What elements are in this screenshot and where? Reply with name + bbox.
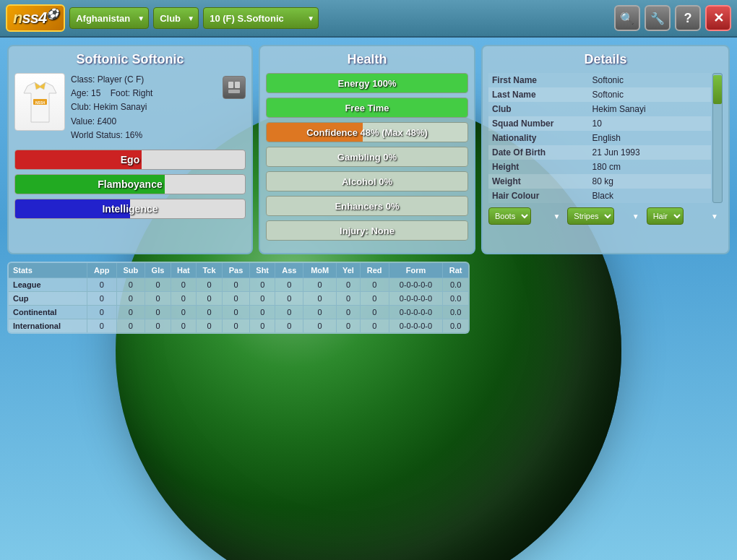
- health-bars: Energy 100% Free Time Confidence 48% (Ma…: [266, 73, 468, 241]
- toolbar: nss4⚽ Afghanistan Club 10 (F) S.Softonic…: [0, 0, 737, 38]
- details-key: Height: [488, 160, 589, 174]
- details-value: 180 cm: [589, 160, 711, 174]
- stats-cell: 0: [275, 319, 303, 334]
- health-bar-row: Free Time: [266, 98, 468, 118]
- scrollbar-thumb[interactable]: [713, 75, 722, 104]
- stats-cell: 0: [145, 319, 171, 334]
- stats-row-label: International: [8, 319, 87, 334]
- stats-cell: 0: [116, 278, 145, 292]
- health-bar-text: Confidence 48% (Max 48%): [267, 127, 467, 138]
- footer-select-wrapper-hair[interactable]: Hair: [647, 207, 723, 225]
- stats-header: Red: [360, 262, 389, 278]
- stats-cell: 0-0-0-0-0: [389, 306, 443, 319]
- player-shirt: NSS4: [14, 73, 65, 131]
- stats-cell: 0: [275, 292, 303, 306]
- stats-cell: 0: [116, 306, 145, 319]
- stats-row: Cup000000000000-0-0-0-00.0: [8, 292, 469, 306]
- health-bar-row: Alcohol 0%: [266, 171, 468, 191]
- stats-row: International000000000000-0-0-0-00.0: [8, 319, 469, 334]
- player-select[interactable]: 10 (F) S.Softonic: [203, 7, 319, 29]
- stats-cell: 0: [303, 306, 337, 319]
- stats-header: Form: [389, 262, 443, 278]
- stats-cell: 0: [275, 278, 303, 292]
- player-select-wrapper[interactable]: 10 (F) S.Softonic: [203, 7, 319, 29]
- footer-select-hair[interactable]: Hair: [647, 207, 684, 225]
- stats-cell: 0: [337, 319, 361, 334]
- search-button[interactable]: 🔍: [614, 5, 640, 31]
- club-select[interactable]: Club: [153, 7, 199, 29]
- health-bar-text: Gambling 0%: [267, 152, 467, 163]
- details-table-row: First NameSoftonic: [488, 73, 711, 87]
- health-bar-row: Energy 100%: [266, 73, 468, 93]
- details-key: Weight: [488, 174, 589, 189]
- edit-appearance-button[interactable]: [223, 76, 246, 99]
- attr-bar-label: Intelligence: [15, 203, 245, 215]
- stats-cell: 0: [222, 306, 249, 319]
- stats-cell: 0.0: [443, 319, 469, 334]
- health-bar-row: Injury: None: [266, 220, 468, 241]
- stats-cell: 0: [197, 292, 223, 306]
- footer-select-boots[interactable]: Boots: [488, 207, 531, 225]
- player-world-status: World Status: 16%: [71, 129, 152, 142]
- details-content-area: First NameSoftonicLast NameSoftonicClubH…: [488, 73, 723, 203]
- footer-select-wrapper-boots[interactable]: Boots: [488, 207, 564, 225]
- health-bar-text: Injury: None: [267, 225, 467, 236]
- country-select-wrapper[interactable]: Afghanistan: [69, 7, 149, 29]
- stats-cell: 0: [222, 278, 249, 292]
- details-value: Hekim Sanayi: [589, 102, 711, 116]
- health-bar-container: Free Time: [266, 98, 468, 118]
- attr-bar-row: Ego: [14, 150, 246, 170]
- stats-table: StatsAppSubGlsHatTckPasShtAssMoMYelRedFo…: [7, 262, 470, 334]
- stats-cell: 0: [303, 292, 337, 306]
- stats-header: Rat: [443, 262, 469, 278]
- help-button[interactable]: ?: [675, 5, 701, 31]
- footer-select-stripes[interactable]: Stripes: [567, 207, 614, 225]
- details-panel-title: Details: [488, 52, 723, 67]
- details-value: Softonic: [589, 87, 711, 102]
- stats-cell: 0: [171, 319, 196, 334]
- stats-cell: 0: [337, 292, 361, 306]
- stats-header: Yel: [337, 262, 361, 278]
- details-key: Squad Number: [488, 116, 589, 131]
- stats-cell: 0: [197, 319, 223, 334]
- stats-header: Sub: [116, 262, 145, 278]
- player-club: Club: Hekim Sanayi: [71, 100, 152, 114]
- health-bar-text: Enhancers 0%: [267, 201, 467, 212]
- stats-header: Stats: [8, 262, 87, 278]
- stats-header: App: [87, 262, 116, 278]
- stats-cell: 0: [303, 278, 337, 292]
- details-key: Club: [488, 102, 589, 116]
- stats-cell: 0: [145, 306, 171, 319]
- settings-button[interactable]: 🔧: [645, 5, 671, 31]
- stats-section: StatsAppSubGlsHatTckPasShtAssMoMYelRedFo…: [7, 262, 730, 334]
- club-select-wrapper[interactable]: Club: [153, 7, 199, 29]
- player-details: Class: Player (C F) Age: 15 Foot: Right …: [71, 73, 152, 142]
- svg-rect-5: [235, 82, 240, 88]
- stats-cell: 0: [250, 278, 275, 292]
- attr-bar-row: Flamboyance: [14, 174, 246, 194]
- close-button[interactable]: ✕: [705, 5, 731, 31]
- stats-cell: 0: [116, 319, 145, 334]
- health-panel: Health Energy 100% Free Time Confidence …: [259, 45, 475, 254]
- country-select[interactable]: Afghanistan: [69, 7, 149, 29]
- health-panel-title: Health: [266, 52, 468, 67]
- attr-bar-label: Flamboyance: [15, 178, 245, 190]
- player-info-row: NSS4 Class: Player (C F) Age: 15 Foot: R…: [14, 73, 246, 142]
- stats-cell: 0: [197, 306, 223, 319]
- player-age-foot: Age: 15 Foot: Right: [71, 87, 152, 100]
- stats-cell: 0: [171, 306, 196, 319]
- footer-select-wrapper-stripes[interactable]: Stripes: [567, 207, 643, 225]
- stats-header: Pas: [222, 262, 249, 278]
- health-bar-row: Enhancers 0%: [266, 196, 468, 216]
- health-bar-container: Energy 100%: [266, 73, 468, 93]
- health-bar-container: Alcohol 0%: [266, 171, 468, 191]
- details-scrollbar[interactable]: [712, 73, 723, 203]
- stats-cell: 0.0: [443, 292, 469, 306]
- stats-cell: 0: [87, 292, 116, 306]
- health-bar-text: Alcohol 0%: [267, 176, 467, 187]
- stats-cell: 0.0: [443, 306, 469, 319]
- stats-header: Tck: [197, 262, 223, 278]
- details-key: First Name: [488, 73, 589, 87]
- details-table-row: Date Of Birth21 Jun 1993: [488, 145, 711, 160]
- details-value: 21 Jun 1993: [589, 145, 711, 160]
